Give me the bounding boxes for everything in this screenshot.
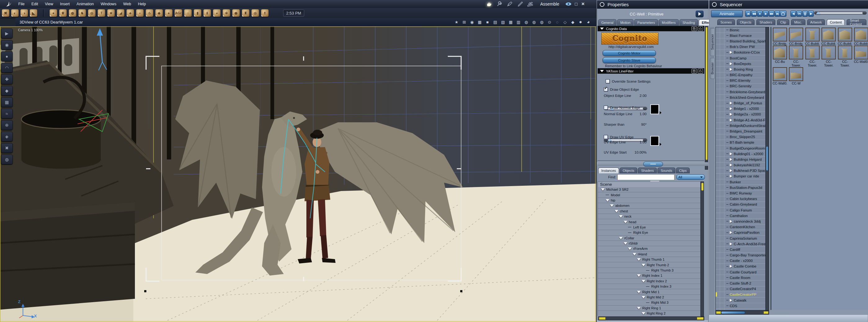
toolbar-icon[interactable]: ✖ — [2, 9, 9, 17]
expand-arrow-icon[interactable] — [730, 158, 732, 161]
content-thumbnail[interactable]: CC-W — [788, 67, 804, 85]
tool-icon[interactable]: ▦ — [1, 97, 13, 107]
collapse-icon[interactable] — [642, 280, 645, 282]
expand-arrow-icon[interactable] — [730, 164, 732, 167]
toolbar-icon[interactable]: ♨ — [146, 9, 153, 17]
expand-arrow-icon[interactable] — [730, 68, 732, 71]
record-button[interactable] — [780, 10, 786, 17]
expand-arrow-icon[interactable] — [730, 152, 732, 155]
thumbnail-image[interactable] — [854, 45, 868, 60]
library-v-thumb[interactable] — [766, 146, 769, 171]
library-item[interactable]: BrickHome-Greybeard — [716, 89, 765, 95]
toolbar-icon[interactable]: ♠ — [165, 9, 173, 17]
tree-node-row[interactable]: neck — [598, 214, 700, 219]
save-preset-icon[interactable] — [691, 69, 697, 73]
override-settings-row[interactable]: Override Scene Settings — [606, 79, 651, 83]
cognito-url[interactable]: http://digitalcarversguild.com — [597, 45, 665, 48]
toolbar-icon[interactable]: ♛ — [59, 9, 67, 17]
toolbar-icon[interactable]: ♗ — [261, 9, 269, 17]
sequencer-tab[interactable]: Artwork — [807, 19, 825, 25]
assemble-workspace-label[interactable]: Assemble — [540, 2, 559, 6]
library-item[interactable]: CDS — [716, 303, 765, 309]
load-preset-icon[interactable] — [698, 26, 703, 31]
collapse-icon[interactable] — [624, 221, 627, 223]
expand-arrow-icon[interactable] — [730, 299, 732, 302]
library-item[interactable]: CapriniaPavilion — [716, 230, 765, 236]
library-item[interactable]: Castle Stuff-2 — [716, 281, 765, 286]
scrollbar-left-cap[interactable] — [599, 317, 606, 320]
thumbnail-image[interactable] — [822, 28, 836, 41]
prev-keyframe-button[interactable]: ◀ — [790, 10, 796, 17]
draw-uv-edge-row[interactable]: Draw UV Edge — [604, 135, 633, 139]
expand-arrow-icon[interactable] — [730, 51, 732, 54]
toolbar-icon[interactable]: ◆ — [155, 9, 163, 17]
library-item[interactable]: Bulkhead-P3D Space — [716, 168, 765, 174]
tool-icon[interactable]: ✖ — [1, 143, 13, 153]
tool-icon[interactable]: ● — [1, 51, 13, 61]
uv-edge-start-value[interactable]: 10.00% — [634, 150, 647, 154]
library-item[interactable]: Caligo Fanum — [716, 208, 765, 213]
collapse-icon[interactable] — [632, 253, 637, 255]
view-mode-icon[interactable]: ◌ — [554, 19, 561, 25]
eye-icon[interactable] — [564, 1, 572, 7]
toolbar-icon[interactable]: ◢ — [117, 9, 124, 17]
library-item[interactable]: BootCamp — [716, 56, 765, 61]
library-item[interactable]: BT-Bath temple — [716, 140, 765, 145]
sequencer-tab[interactable]: Content — [827, 19, 845, 25]
toolbar-icon[interactable]: ◍ — [69, 9, 76, 17]
library-item[interactable]: Bridge_of_Pontus — [716, 100, 765, 106]
tree-node-row[interactable]: Right Mid 3 — [598, 300, 700, 305]
toolbar-icon[interactable]: ● — [50, 9, 57, 17]
view-mode-icon[interactable]: ◇ — [562, 19, 568, 25]
collapse-icon[interactable] — [637, 307, 641, 309]
menu-item[interactable]: Insert — [57, 2, 73, 6]
sequencer-header[interactable]: Sequencer — [709, 0, 868, 9]
sequencer-tab[interactable]: Clip — [777, 19, 789, 25]
toolbar-icon[interactable]: ♜ — [242, 9, 249, 17]
toolbar-icon[interactable]: ◉ — [232, 9, 240, 17]
menu-item[interactable]: File — [15, 2, 28, 6]
pivot-marker-left[interactable] — [144, 290, 146, 292]
sequencer-tab[interactable]: Smart Content — [846, 19, 866, 25]
library-item[interactable]: C-Arch-Andi3d-Free — [716, 241, 765, 247]
library-item[interactable]: Castle Courtyard — [716, 270, 765, 275]
collapse-icon[interactable] — [637, 274, 641, 277]
view-mode-icon[interactable]: ⊞ — [461, 19, 468, 25]
expand-panel-button[interactable] — [695, 10, 704, 17]
view-mode-icon[interactable]: ▦ — [507, 19, 514, 25]
tree-node-row[interactable]: head — [598, 219, 700, 224]
wrench-workspace-icon[interactable] — [496, 1, 504, 7]
viewport-canvas[interactable] — [0, 26, 596, 322]
tool-icon[interactable]: ◈ — [1, 132, 13, 142]
library-item[interactable]: Bob's Diner PW — [716, 44, 765, 50]
content-thumbnail[interactable]: CC-Buildi. — [821, 28, 836, 45]
scrollbar-left-cap[interactable] — [716, 311, 721, 314]
view-title-bar[interactable]: 3DView of CC63 DearWyvern 1.car ★⊞◉▦■▤▧▦… — [16, 18, 596, 27]
cognito-motor-button[interactable]: Cognito Motor — [602, 50, 656, 56]
thumbnail-image[interactable] — [805, 28, 819, 41]
toolbar-icon[interactable]: ▮ — [194, 9, 201, 17]
expand-arrow-icon[interactable] — [730, 118, 732, 122]
tree-tab[interactable]: Objects — [620, 168, 637, 173]
collapse-icon[interactable] — [624, 242, 627, 245]
tree-tab[interactable]: Shaders — [638, 168, 657, 173]
content-thumbnail[interactable]: CC-Bridg. — [788, 28, 804, 45]
library-item[interactable]: BridgeAtDunkurrdStrai — [716, 123, 765, 129]
thumbnail-image[interactable] — [838, 45, 852, 60]
library-item[interactable]: Catwalk — [716, 297, 765, 303]
tree-node-row[interactable]: Right Thumb 1 — [598, 257, 700, 262]
tool-icon[interactable]: ≈ — [1, 109, 13, 118]
sequencer-tab[interactable]: Scenes — [717, 19, 735, 25]
panel-menu-icon[interactable] — [712, 2, 717, 7]
library-item[interactable]: cannondeck 3ddj — [716, 219, 765, 224]
view-mode-icon[interactable]: ● — [577, 19, 584, 25]
cognito-slave-button[interactable]: Cognito Slave — [602, 57, 656, 63]
tree-node-row[interactable]: Right Thumb 2 — [598, 262, 700, 267]
tree-node-row[interactable]: rHand — [598, 252, 700, 257]
library-item[interactable]: BudgetDungeonRoom — [716, 145, 765, 151]
library-item[interactable]: BRC-Serenity — [716, 83, 765, 89]
expand-arrow-icon[interactable] — [730, 175, 732, 178]
view-mode-icon[interactable]: ★ — [453, 19, 460, 25]
library-item[interactable]: Bridge-A1-Andi3d-Free — [716, 117, 765, 123]
view-mode-icon[interactable]: ◕ — [585, 19, 592, 25]
